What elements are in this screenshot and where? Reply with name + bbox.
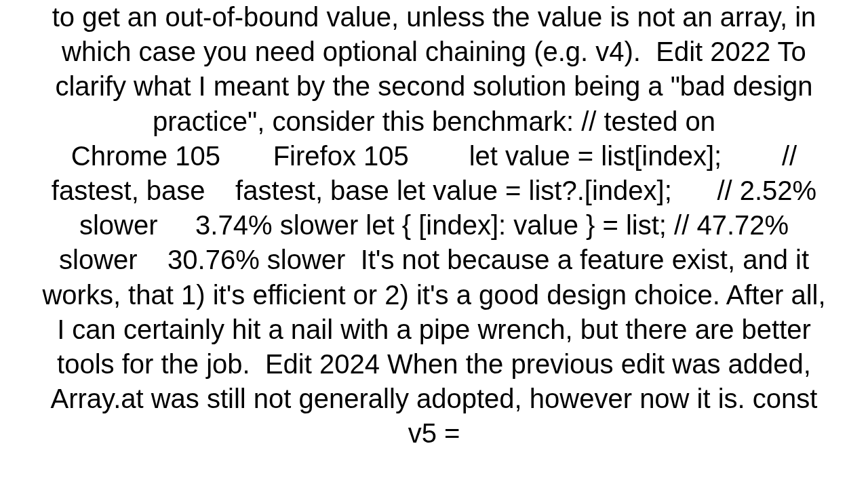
body-text: to get an out-of-bound value, unless the… [41,0,827,451]
document-body: to get an out-of-bound value, unless the… [0,0,868,488]
